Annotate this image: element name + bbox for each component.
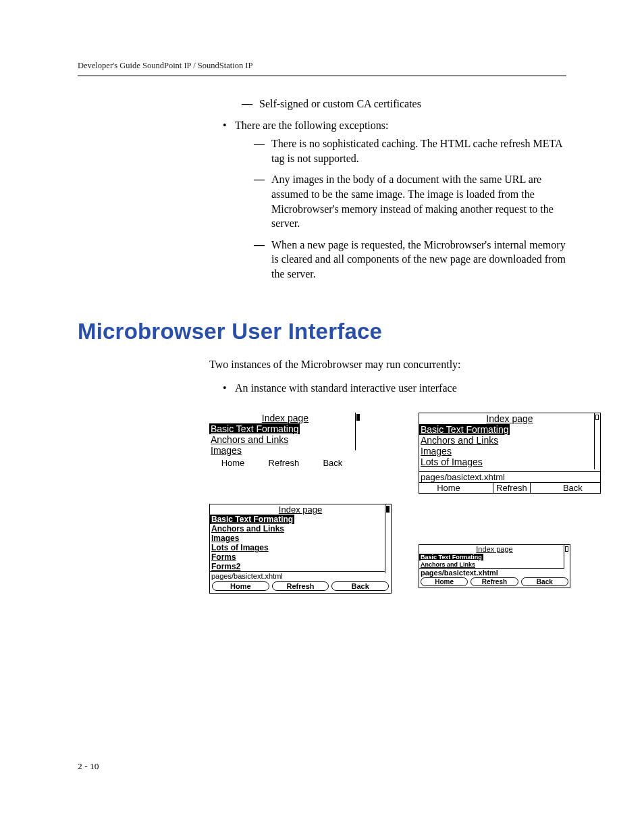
dash-item: Any images in the body of a document wit… xyxy=(254,172,566,230)
shot-selected: Basic Text Formating xyxy=(210,515,294,524)
shot-link: Anchors and Links xyxy=(419,561,477,568)
screenshot-tiny-1: Index page Basic Text Formating Anchors … xyxy=(419,544,570,588)
softkey-back: Back xyxy=(560,483,585,493)
dash-item: Self-signed or custom CA certificates xyxy=(242,97,566,111)
shot-link: Images xyxy=(210,533,240,543)
dash-item: There is no sophisticated caching. The H… xyxy=(254,136,566,165)
btn-home: Home xyxy=(212,581,269,591)
screenshot-large-1: Index page Basic Text Formating Anchors … xyxy=(209,504,392,594)
softkey-refresh: Refresh xyxy=(266,458,302,468)
bullet-item: There are the following exceptions: Ther… xyxy=(223,118,566,282)
shot-link: Anchors and Links xyxy=(419,435,500,446)
btn-back: Back xyxy=(521,577,568,586)
shot-link: Forms2 xyxy=(210,562,242,571)
shot-status: pages/basictext.xhtml xyxy=(210,571,391,580)
softkey-refresh: Refresh xyxy=(493,483,531,493)
screenshot-medium-1: Index page Basic Text Formating Anchors … xyxy=(419,413,601,494)
header-rule xyxy=(78,75,566,76)
softkey-back: Back xyxy=(320,458,345,468)
shot-link: Anchors and Links xyxy=(209,434,290,445)
softkey-home: Home xyxy=(434,483,463,493)
btn-back: Back xyxy=(331,581,389,591)
btn-refresh: Refresh xyxy=(471,577,518,586)
shot-link: Images xyxy=(209,445,243,456)
shot-selected: Basic Text Formating xyxy=(419,424,510,435)
shot-selected: Basic Text Formating xyxy=(209,423,300,434)
screenshots-grid: Index page Basic Text Formating Anchors … xyxy=(209,413,566,594)
shot-title: Index page xyxy=(209,413,361,423)
section-heading: Microbrowser User Interface xyxy=(78,319,566,344)
shot-title: Index page xyxy=(419,413,600,424)
shot-link: Anchors and Links xyxy=(210,524,286,533)
shot-title: Index page xyxy=(419,545,570,553)
btn-refresh: Refresh xyxy=(272,581,329,591)
shot-link: Images xyxy=(419,446,453,457)
bullet-text: There are the following exceptions: xyxy=(235,120,388,131)
dash-item: When a new page is requested, the Microb… xyxy=(254,238,566,282)
shot-link: Lots of Images xyxy=(419,457,484,467)
shot-link: — xyxy=(419,467,431,471)
shot-selected: Basic Text Formating xyxy=(419,554,483,561)
shot-status: pages/basictext.xhtml xyxy=(419,568,570,577)
shot-title: Index page xyxy=(210,504,391,515)
running-header: Developer's Guide SoundPoint IP / SoundS… xyxy=(78,61,566,71)
section-intro: Two instances of the Microbrowser may ru… xyxy=(209,357,566,396)
body-column: Self-signed or custom CA certificates Th… xyxy=(209,97,566,282)
shot-status: pages/basictext.xhtml xyxy=(419,471,600,482)
shot-link: Lots of Images xyxy=(210,543,270,552)
intro-paragraph: Two instances of the Microbrowser may ru… xyxy=(209,357,566,372)
btn-home: Home xyxy=(421,577,468,586)
softkey-home: Home xyxy=(219,458,248,468)
page-number: 2 - 10 xyxy=(78,761,99,772)
shot-link: Forms xyxy=(210,552,238,562)
screenshot-small-1: Index page Basic Text Formating Anchors … xyxy=(209,413,361,467)
bullet-item: An instance with standard interactive us… xyxy=(223,380,566,396)
